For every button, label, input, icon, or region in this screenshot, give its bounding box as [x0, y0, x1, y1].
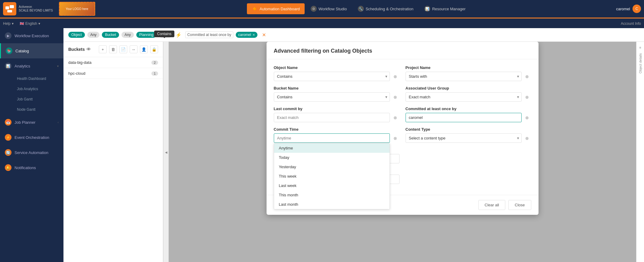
planning-filter-chip[interactable]: Planning — [136, 32, 157, 38]
object-filter-chip[interactable]: Object — [68, 32, 85, 38]
event-orchestration-icon: ⚡ — [5, 134, 11, 141]
tab-resource-manager[interactable]: 📊 Resource Manager — [419, 3, 471, 14]
advanced-filter-modal: Advanced filtering on Catalog Objects Ob… — [267, 42, 539, 215]
workflow-execution-icon: ▶ — [5, 32, 11, 39]
bucket-value-chip[interactable]: Any — [121, 32, 134, 38]
project-name-clear-btn[interactable]: ⊗ — [523, 72, 531, 81]
modal-title: Advanced filtering on Catalog Objects — [274, 48, 531, 54]
scheduling-icon: 🔧 — [358, 6, 364, 12]
commit-time-group: Commit Time Anytime Today Ye — [274, 127, 400, 143]
committed-by-label: Committed at least once by — [406, 106, 531, 111]
bucket-name-clear-btn[interactable]: ⊗ — [391, 93, 400, 101]
sidebar-item-health-dashboard[interactable]: Health Dashboard — [12, 74, 63, 84]
clear-filter-icon[interactable]: ✕ — [260, 31, 268, 39]
svg-rect-2 — [7, 10, 12, 12]
logo-icon[interactable] — [3, 2, 16, 15]
tooltip-contains: Contains — [154, 31, 174, 37]
content-area: Contains Object Any Bucket Any Planning … — [63, 28, 644, 262]
eye-icon[interactable]: 👁 — [86, 47, 91, 52]
bucket-item[interactable]: hpc-cloud 1 — [63, 68, 163, 79]
commit-time-option-last-week[interactable]: Last week — [274, 181, 390, 190]
committed-by-clear-btn[interactable]: ⊗ — [523, 113, 531, 122]
close-button[interactable]: Close — [508, 200, 531, 210]
notifications-icon: 🔔 — [5, 164, 11, 171]
user-bucket-btn[interactable]: 👤 — [140, 45, 148, 53]
object-name-filter-select[interactable]: Contains — [274, 72, 390, 81]
sidebar-item-workflow-execution[interactable]: ▶ Workflow Execution — [0, 28, 63, 43]
logo-area: Activeeon SCALE BEYOND LIMITS — [3, 2, 53, 15]
committed-by-input[interactable] — [406, 113, 522, 122]
sidebar-item-job-planner[interactable]: 📅 Job Planner ‹ — [0, 115, 63, 130]
user-group-filter-select[interactable]: Exact match — [406, 92, 522, 102]
svg-rect-0 — [5, 6, 9, 9]
last-commit-input[interactable] — [274, 113, 390, 122]
lock-bucket-btn[interactable]: 🔒 — [150, 45, 158, 53]
main-panel: Advanced filtering on Catalog Objects Ob… — [169, 42, 636, 262]
account-info-link[interactable]: Account Info — [621, 21, 641, 26]
sidebar-item-node-gantt[interactable]: Node Gantt — [12, 104, 63, 115]
sidebar-item-service-automation[interactable]: 🔄 Service Automation — [0, 145, 63, 160]
resource-manager-icon: 📊 — [424, 6, 430, 12]
commit-time-option-today[interactable]: Today — [274, 153, 390, 162]
filter-funnel-icon[interactable]: ⚡ — [174, 31, 183, 39]
user-group-clear-btn[interactable]: ⊗ — [523, 93, 531, 101]
last-commit-clear-btn[interactable]: ⊗ — [391, 113, 400, 122]
object-value-chip[interactable]: Any — [87, 32, 100, 38]
clear-all-button[interactable]: Clear all — [478, 200, 506, 210]
committed-value-tag[interactable]: caromel ✕ — [236, 32, 257, 38]
sidebar-item-analytics[interactable]: 📊 Analytics ▾ — [0, 58, 63, 74]
inner-layout: Buckets 👁 + 🗑 📄 ↔ 👤 🔒 data-big-data — [63, 42, 644, 262]
help-chevron-icon: ▾ — [12, 21, 14, 26]
user-avatar[interactable]: C — [633, 5, 641, 13]
bucket-name-label: Bucket Name — [274, 86, 400, 90]
committed-by-group: Committed at least once by ⊗ — [406, 106, 531, 122]
modal-left-column: Object Name Contains ⊗ — [274, 65, 400, 189]
tab-automation-dashboard[interactable]: 🔶 Automation Dashboard — [247, 3, 305, 14]
commit-time-option-this-month[interactable]: This month — [274, 190, 390, 200]
delete-bucket-btn[interactable]: 🗑 — [109, 45, 117, 53]
object-details-label[interactable]: Object details — [639, 53, 642, 74]
commit-time-option-this-week[interactable]: This week — [274, 172, 390, 181]
committed-close-icon[interactable]: ✕ — [252, 33, 255, 37]
svg-rect-1 — [10, 5, 14, 8]
commit-time-dropdown: Anytime Today Yesterday This week Last w… — [274, 143, 390, 209]
main-layout: ▶ Workflow Execution 📚 Catalog 📊 Analyti… — [0, 28, 644, 262]
document-bucket-btn[interactable]: 📄 — [119, 45, 127, 53]
sidebar-item-job-analytics[interactable]: Job Analytics — [12, 84, 63, 94]
object-name-group: Object Name Contains ⊗ — [274, 65, 400, 81]
commit-time-option-anytime[interactable]: Anytime — [274, 143, 390, 153]
buckets-header: Buckets 👁 + 🗑 📄 ↔ 👤 🔒 — [63, 42, 163, 57]
content-type-clear-btn[interactable]: ⊗ — [523, 134, 531, 142]
bucket-item[interactable]: data-big-data 2 — [63, 57, 163, 68]
content-type-group: Content Type Select a content type — [406, 127, 531, 143]
project-name-filter-select[interactable]: Starts with — [406, 72, 522, 81]
transfer-bucket-btn[interactable]: ↔ — [130, 45, 138, 53]
commit-time-option-last-month[interactable]: Last month — [274, 200, 390, 209]
user-group-label: Associated User Group — [406, 86, 531, 90]
language-selector[interactable]: 🇬🇧 English ▾ — [20, 21, 40, 26]
right-sidebar: ≡ Object details — [636, 42, 644, 262]
commit-time-clear-btn[interactable]: ⊗ — [391, 134, 400, 142]
sidebar-item-notifications[interactable]: 🔔 Notifications — [0, 160, 63, 175]
buckets-title: Buckets 👁 — [68, 47, 96, 52]
sidebar-item-event-orchestration[interactable]: ⚡ Event Orchestration — [0, 130, 63, 145]
commit-time-input[interactable] — [274, 133, 390, 143]
content-type-select[interactable]: Select a content type — [406, 133, 522, 143]
sidebar-item-catalog[interactable]: 📚 Catalog — [0, 43, 63, 58]
object-name-label: Object Name — [274, 65, 400, 70]
tab-workflow-studio[interactable]: ⚙ Workflow Studio — [306, 3, 352, 14]
tab-scheduling[interactable]: 🔧 Scheduling & Orchestration — [353, 3, 418, 14]
bucket-name-filter-select[interactable]: Contains — [274, 92, 390, 102]
object-name-clear-btn[interactable]: ⊗ — [391, 72, 400, 81]
bucket-filter-chip[interactable]: Bucket — [102, 32, 119, 38]
bucket-list: data-big-data 2 hpc-cloud 1 — [63, 57, 163, 262]
commit-time-option-yesterday[interactable]: Yesterday — [274, 162, 390, 172]
add-bucket-btn[interactable]: + — [99, 45, 107, 53]
help-menu[interactable]: Help ▾ — [3, 21, 14, 26]
nav-tabs: 🔶 Automation Dashboard ⚙ Workflow Studio… — [101, 3, 616, 14]
collapse-buckets-btn[interactable]: ◀ — [163, 42, 169, 262]
filter-bar: Contains Object Any Bucket Any Planning … — [63, 28, 644, 42]
modal-header: Advanced filtering on Catalog Objects — [267, 42, 539, 59]
sidebar-item-job-gantt[interactable]: Job Gantt — [12, 94, 63, 104]
collapse-right-icon[interactable]: ≡ — [637, 44, 644, 51]
